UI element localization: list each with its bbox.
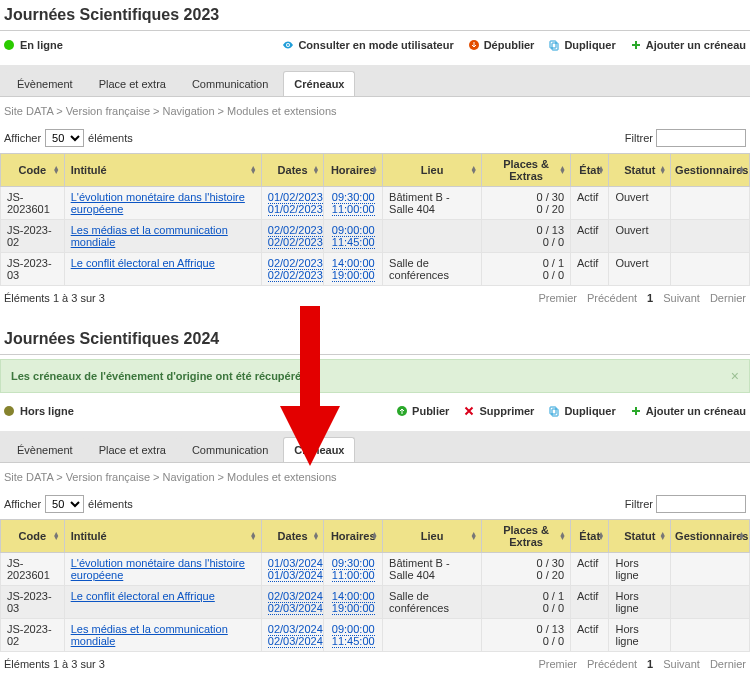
- th-lieu[interactable]: Lieu▲▼: [383, 520, 482, 553]
- th-horaires[interactable]: Horaires▲▼: [324, 154, 383, 187]
- time-link[interactable]: 11:00:00: [332, 203, 375, 216]
- sort-icon: ▲▼: [738, 166, 745, 174]
- th-dates[interactable]: Dates▲▼: [261, 154, 324, 187]
- th-code[interactable]: Code▲▼: [1, 520, 65, 553]
- tab-communication[interactable]: Communication: [181, 71, 279, 96]
- time-link[interactable]: 11:45:00: [332, 236, 375, 249]
- sort-icon: ▲▼: [559, 532, 566, 540]
- table-row: JS-2023-02 Les médias et la communicatio…: [1, 619, 750, 652]
- delete-button[interactable]: Supprimer: [463, 405, 534, 417]
- filter-input[interactable]: [656, 495, 746, 513]
- slot-link[interactable]: L'évolution monétaire dans l'histoire eu…: [71, 557, 245, 581]
- slot-link[interactable]: Les médias et la communication mondiale: [71, 224, 228, 248]
- cell-statut: Ouvert: [609, 220, 671, 253]
- date-link[interactable]: 02/02/2023: [268, 269, 323, 282]
- publish-button[interactable]: Publier: [396, 405, 449, 417]
- slot-link[interactable]: Le conflit électoral en Affrique: [71, 590, 215, 602]
- tab-evenement[interactable]: Évènement: [6, 437, 84, 462]
- close-icon[interactable]: ×: [731, 368, 739, 384]
- th-gestionnaires[interactable]: Gestionnaires▲▼: [671, 520, 750, 553]
- pager-last[interactable]: Dernier: [710, 658, 746, 670]
- th-statut[interactable]: Statut▲▼: [609, 154, 671, 187]
- tab-creneaux[interactable]: Créneaux: [283, 71, 355, 96]
- svg-rect-6: [552, 409, 558, 416]
- th-horaires[interactable]: Horaires▲▼: [324, 520, 383, 553]
- table-footer: Éléments 1 à 3 sur 3 Premier Précédent 1…: [0, 286, 750, 310]
- tab-place-extra[interactable]: Place et extra: [88, 71, 177, 96]
- pager-next[interactable]: Suivant: [663, 292, 700, 304]
- cell-code: JS-2023-03: [1, 586, 65, 619]
- th-code[interactable]: Code▲▼: [1, 154, 65, 187]
- duplicate-label: Dupliquer: [564, 39, 615, 51]
- duplicate-label: Dupliquer: [564, 405, 615, 417]
- status-indicator: En ligne: [4, 39, 63, 51]
- sort-icon: ▲▼: [659, 166, 666, 174]
- cell-etat: Actif: [571, 553, 609, 586]
- th-intitule[interactable]: Intitulé▲▼: [64, 154, 261, 187]
- th-gestionnaires[interactable]: Gestionnaires▲▼: [671, 154, 750, 187]
- th-intitule[interactable]: Intitulé▲▼: [64, 520, 261, 553]
- cell-statut: Hors ligne: [609, 619, 671, 652]
- cell-statut: Ouvert: [609, 187, 671, 220]
- pager-prev[interactable]: Précédent: [587, 658, 637, 670]
- notice-text: Les créneaux de l'événement d'origine on…: [11, 370, 307, 382]
- filter-input[interactable]: [656, 129, 746, 147]
- date-link[interactable]: 02/03/2024: [268, 602, 323, 615]
- sort-icon: ▲▼: [559, 166, 566, 174]
- cell-etat: Actif: [571, 619, 609, 652]
- th-places-extras[interactable]: Places & Extras▲▼: [482, 520, 571, 553]
- cell-lieu: Bâtiment B - Salle 404: [383, 187, 482, 220]
- status-dot-icon: [4, 40, 14, 50]
- pager-page[interactable]: 1: [647, 658, 653, 670]
- pager-last[interactable]: Dernier: [710, 292, 746, 304]
- tab-creneaux[interactable]: Créneaux: [283, 437, 355, 462]
- sort-icon: ▲▼: [659, 532, 666, 540]
- sort-icon: ▲▼: [250, 166, 257, 174]
- table-controls: Afficher 50 éléments Filtrer: [0, 493, 750, 519]
- add-slot-button[interactable]: Ajouter un créneau: [630, 405, 746, 417]
- th-etat[interactable]: État▲▼: [571, 154, 609, 187]
- th-places-extras[interactable]: Places & Extras▲▼: [482, 154, 571, 187]
- th-dates[interactable]: Dates▲▼: [261, 520, 324, 553]
- tab-evenement[interactable]: Évènement: [6, 71, 84, 96]
- footer-info: Éléments 1 à 3 sur 3: [4, 292, 105, 304]
- date-link[interactable]: 02/03/2024: [268, 635, 323, 648]
- cell-etat: Actif: [571, 253, 609, 286]
- pager-page[interactable]: 1: [647, 292, 653, 304]
- status-actions-bar: En ligne Consulter en mode utilisateur D…: [0, 35, 750, 59]
- add-slot-button[interactable]: Ajouter un créneau: [630, 39, 746, 51]
- duplicate-button[interactable]: Dupliquer: [548, 39, 615, 51]
- publish-icon: [396, 405, 408, 417]
- unpublish-button[interactable]: Dépublier: [468, 39, 535, 51]
- time-link[interactable]: 11:00:00: [332, 569, 375, 582]
- date-link[interactable]: 01/02/2023: [268, 203, 323, 216]
- display-count-select[interactable]: 50: [45, 495, 84, 513]
- tab-communication[interactable]: Communication: [181, 437, 279, 462]
- slot-link[interactable]: L'évolution monétaire dans l'histoire eu…: [71, 191, 245, 215]
- svg-rect-3: [552, 43, 558, 50]
- duplicate-button[interactable]: Dupliquer: [548, 405, 615, 417]
- status-label: Hors ligne: [20, 405, 74, 417]
- th-lieu[interactable]: Lieu▲▼: [383, 154, 482, 187]
- cell-code: JS-2023-02: [1, 619, 65, 652]
- time-link[interactable]: 19:00:00: [332, 602, 375, 615]
- actions-group: Consulter en mode utilisateur Dépublier …: [282, 39, 746, 51]
- th-statut[interactable]: Statut▲▼: [609, 520, 671, 553]
- slot-link[interactable]: Le conflit électoral en Affrique: [71, 257, 215, 269]
- pager-next[interactable]: Suivant: [663, 658, 700, 670]
- slot-link[interactable]: Les médias et la communication mondiale: [71, 623, 228, 647]
- view-mode-button[interactable]: Consulter en mode utilisateur: [282, 39, 453, 51]
- date-link[interactable]: 01/03/2024: [268, 569, 323, 582]
- pager-prev[interactable]: Précédent: [587, 292, 637, 304]
- cross-icon: [463, 405, 475, 417]
- time-link[interactable]: 11:45:00: [332, 635, 375, 648]
- pager-first[interactable]: Premier: [538, 658, 577, 670]
- th-etat[interactable]: État▲▼: [571, 520, 609, 553]
- time-link[interactable]: 19:00:00: [332, 269, 375, 282]
- tabs-bar: Évènement Place et extra Communication C…: [0, 65, 750, 97]
- date-link[interactable]: 02/02/2023: [268, 236, 323, 249]
- tab-place-extra[interactable]: Place et extra: [88, 437, 177, 462]
- display-count-select[interactable]: 50: [45, 129, 84, 147]
- actions-group: Publier Supprimer Dupliquer Ajouter un c…: [396, 405, 746, 417]
- pager-first[interactable]: Premier: [538, 292, 577, 304]
